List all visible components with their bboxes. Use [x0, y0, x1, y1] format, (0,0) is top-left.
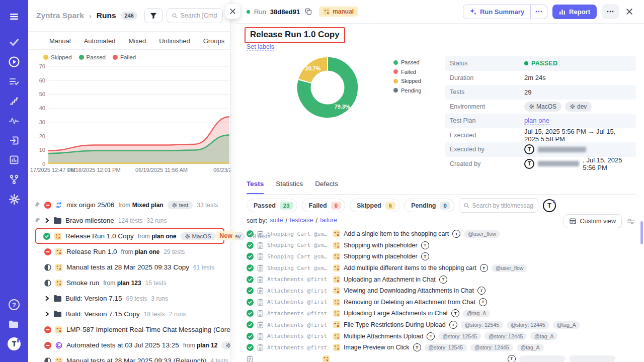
assignee-avatar-button[interactable]: T: [543, 199, 556, 212]
test-row[interactable]: Attachments @firstMultiple Attachments U…: [247, 330, 639, 342]
env-badge: test: [168, 201, 193, 209]
filter-button[interactable]: [144, 8, 163, 23]
run-status-blocked-icon: [44, 248, 51, 255]
sort-by-suite[interactable]: suite: [270, 217, 283, 224]
steps-icon[interactable]: [6, 93, 23, 110]
run-row[interactable]: Manual tests at 28 Mar 2025 09:33 Copy61…: [28, 259, 230, 275]
test-row[interactable]: Shopping Cart @smallShopping with placeh…: [247, 240, 639, 251]
sort-by-failure[interactable]: failure: [320, 217, 337, 224]
sort-by-testcase[interactable]: testcase: [290, 217, 313, 224]
run-row[interactable]: LMP-587 Implement Real-Time Chat Messagi…: [28, 322, 230, 337]
custom-view-button[interactable]: Custom view: [564, 214, 622, 228]
tab-tests[interactable]: Tests: [247, 180, 264, 194]
filter-count: 0: [440, 202, 450, 210]
test-row[interactable]: Attachments @firstUploading Large Attach…: [247, 308, 639, 319]
menu-icon[interactable]: [6, 8, 23, 25]
test-plan-link[interactable]: plan one: [524, 117, 549, 125]
gear-icon: [185, 234, 190, 239]
test-row[interactable]: Shopping Cart @smallShopping with placeh…: [247, 251, 639, 262]
run-row[interactable]: Manual tests at 28 Mar 2025 09:33 (Relau…: [28, 353, 230, 362]
run-summary-more-button[interactable]: [530, 5, 547, 19]
sliders-icon[interactable]: [627, 218, 635, 225]
checkmark-icon[interactable]: [6, 34, 23, 51]
help-icon[interactable]: ?: [6, 296, 23, 313]
integrations-branch-icon[interactable]: [6, 171, 23, 188]
run-row[interactable]: Release Run 1.0 Copyfrom plan oneMacOSde…: [35, 228, 224, 244]
tests-search-input[interactable]: [472, 202, 533, 209]
settings-gear-icon[interactable]: [6, 191, 23, 208]
svg-text:60: 60: [39, 77, 45, 83]
set-labels-link[interactable]: Set labels: [247, 43, 274, 51]
testcase-icon: [257, 276, 264, 283]
run-summary-button[interactable]: Run Summary: [463, 5, 530, 19]
runs-search[interactable]: [167, 8, 223, 23]
runs-list: mix origin 25/06from Mixed plantest33 te…: [28, 197, 230, 362]
scrollbar-thumb[interactable]: [640, 221, 643, 244]
breadcrumb-separator: ›: [88, 12, 93, 20]
run-from: from plan 12: [183, 342, 218, 349]
breadcrumb-project[interactable]: Zyntra Spark: [36, 11, 84, 20]
report-button[interactable]: Report: [552, 5, 597, 19]
import-icon[interactable]: [6, 132, 23, 149]
projects-folder-icon[interactable]: [6, 316, 23, 333]
test-suite: Attachments @first: [267, 333, 330, 339]
test-passed-icon: [247, 344, 254, 351]
run-row[interactable]: Release Run 1.0from plan one29 tests: [28, 244, 230, 259]
test-row[interactable]: Attachments @firstImage Preview on Click…: [247, 342, 639, 353]
svg-text:79.3%: 79.3%: [335, 104, 350, 110]
env-badge: dev: [565, 102, 592, 112]
filter-passed[interactable]: Passed23: [247, 199, 297, 212]
run-row[interactable]: Automated tests at 03 Jul 2025 13:25from…: [28, 337, 230, 353]
test-row[interactable]: Attachments @firstViewing and Downloadin…: [247, 285, 639, 297]
test-tag: @tag_A: [530, 332, 557, 340]
testcase-icon: [257, 321, 264, 328]
svg-text:06/18/2025 12:01 PM: 06/18/2025 12:01 PM: [67, 167, 120, 173]
test-row[interactable]: Attachments @firstUploading an Attachmen…: [247, 274, 639, 285]
run-row[interactable]: Bravo milestone124 tests32 runs: [28, 213, 230, 228]
folder-icon: [54, 295, 61, 302]
close-run-detail-button[interactable]: [624, 6, 635, 17]
close-runs-panel-button[interactable]: [225, 4, 240, 19]
more-actions-button[interactable]: [602, 4, 619, 19]
run-status-in_progress-icon: [44, 280, 51, 287]
tab-statistics[interactable]: Statistics: [276, 180, 303, 194]
activity-pulse-icon[interactable]: [6, 112, 23, 129]
runs-tab-manual[interactable]: Manual: [49, 37, 71, 45]
run-row[interactable]: Build: Version 7.1569 tests3 runs: [28, 291, 230, 306]
tests-search[interactable]: [459, 198, 538, 213]
run-row[interactable]: Build: Version 7.15 Copy18 tests2 runs: [28, 306, 230, 322]
test-cases-icon[interactable]: [6, 73, 23, 90]
folder-icon: [54, 217, 61, 224]
filter-failed[interactable]: Failed0: [302, 199, 346, 212]
runs-tab-unfinished[interactable]: Unfinished: [159, 37, 190, 45]
test-row[interactable]: Shopping Cart @smallAdd a single item to…: [247, 228, 639, 240]
runs-play-icon[interactable]: [6, 53, 23, 70]
runs-panel-header: Zyntra Spark › Runs 246: [28, 0, 230, 32]
test-row-partial[interactable]: T: [247, 353, 639, 362]
filter-skipped[interactable]: Skipped6: [350, 199, 399, 212]
copy-run-id-button[interactable]: [305, 8, 312, 15]
runs-tab-mixed[interactable]: Mixed: [129, 37, 146, 45]
assignee-avatar: T: [439, 276, 447, 284]
reports-icon[interactable]: [6, 151, 23, 168]
run-row[interactable]: mix origin 25/06from Mixed plantest33 te…: [28, 197, 230, 213]
test-row[interactable]: Attachments @firstRemoving or Deleting a…: [247, 297, 639, 308]
legend-dot: [79, 55, 84, 60]
manual-test-icon: [333, 333, 340, 340]
runs-tab-automated[interactable]: Automated: [84, 37, 116, 45]
filter-pending[interactable]: Pending0: [404, 199, 454, 212]
test-row[interactable]: Attachments @firstFile Type Restrictions…: [247, 319, 639, 331]
tab-defects[interactable]: Defects: [315, 180, 338, 194]
test-tag: @tag_A: [553, 321, 580, 329]
user-avatar[interactable]: T: [6, 335, 23, 352]
test-title: Add multiple different items to the shop…: [344, 264, 476, 272]
runs-tab-groups[interactable]: Groups: [203, 37, 225, 45]
chart-legend: SkippedPassedFailed: [43, 54, 136, 60]
info-value: 2m 24s: [524, 74, 546, 81]
runs-search-input[interactable]: [180, 12, 217, 19]
run-row[interactable]: Smoke runfrom plan 12315 tests: [28, 275, 230, 291]
run-name: Build: Version 7.15: [65, 295, 122, 302]
search-icon: [172, 13, 178, 19]
legend-item-passed: Passed: [79, 54, 106, 60]
test-row[interactable]: Shopping Cart @smallAdd multiple differe…: [247, 262, 639, 274]
